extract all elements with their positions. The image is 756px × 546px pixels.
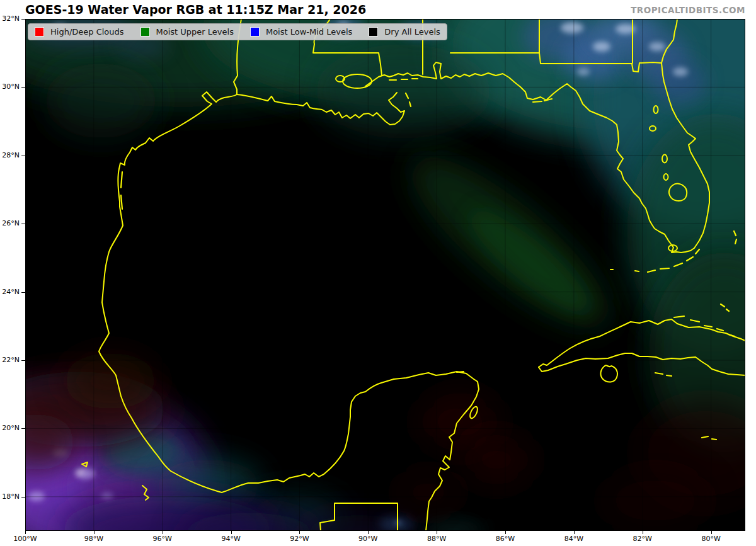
x-axis-tick [25,531,26,534]
x-axis-tick-label: 94°W [212,535,250,543]
y-axis-tick-label: 22°N [0,356,20,364]
x-axis-tick-label: 90°W [349,535,387,543]
x-axis-tick [437,531,437,534]
x-axis-tick-label: 92°W [280,535,318,543]
legend-item: Moist Upper Levels [140,27,234,37]
watermark: TROPICALTIDBITS.COM [631,5,745,15]
legend-item: Dry All Levels [369,27,440,37]
legend-item: Moist Low-Mid Levels [250,27,352,37]
y-axis-tick-label: 32°N [0,14,20,23]
legend-item-label: High/Deep Clouds [50,27,124,37]
y-axis-tick-label: 24°N [0,288,20,296]
legend-swatch-icon [250,27,260,37]
x-axis-tick [505,531,506,534]
y-axis-tick-label: 20°N [0,424,20,432]
legend-item: High/Deep Clouds [35,27,124,37]
satellite-image [25,19,745,531]
x-axis-tick [368,531,369,534]
x-axis-tick-label: 88°W [418,535,455,543]
map-canvas: High/Deep CloudsMoist Upper LevelsMoist … [25,19,745,531]
y-axis-tick [21,428,25,429]
app-window: GOES-19 Water Vapor RGB at 11:15Z Mar 21… [0,0,756,546]
x-axis-tick-label: 80°W [692,535,730,543]
y-axis-tick-label: 26°N [0,219,20,227]
legend-swatch-icon [35,27,44,37]
legend-item-label: Moist Upper Levels [156,27,234,37]
y-axis-tick [21,360,25,361]
x-axis-tick [643,531,643,534]
y-axis-tick [21,497,25,498]
x-axis-tick [299,531,300,534]
legend-swatch-icon [369,27,378,37]
legend: High/Deep CloudsMoist Upper LevelsMoist … [28,23,447,40]
x-axis-tick [711,531,712,534]
page-title: GOES-19 Water Vapor RGB at 11:15Z Mar 21… [25,3,366,16]
x-axis-tick [574,531,575,534]
x-axis-tick-label: 82°W [624,535,662,543]
y-axis-tick-label: 30°N [0,82,20,91]
x-axis-tick-label: 84°W [555,535,593,543]
legend-item-label: Moist Low-Mid Levels [266,27,352,37]
legend-item-label: Dry All Levels [384,27,440,37]
y-axis-tick [21,292,25,293]
x-axis-tick-label: 86°W [486,535,524,543]
x-axis-tick [163,531,163,534]
x-axis-tick-label: 96°W [144,535,181,543]
x-axis-tick-label: 100°W [6,535,44,543]
x-axis-tick [94,531,94,534]
x-axis-tick-label: 98°W [75,535,113,543]
x-axis-tick [231,531,232,534]
y-axis-tick [21,87,25,88]
y-axis-tick [21,156,25,156]
y-axis-tick-label: 28°N [0,151,20,159]
y-axis-tick [21,19,25,20]
legend-swatch-icon [140,27,150,37]
y-axis-tick-label: 18°N [0,492,20,501]
y-axis-tick [21,224,25,224]
